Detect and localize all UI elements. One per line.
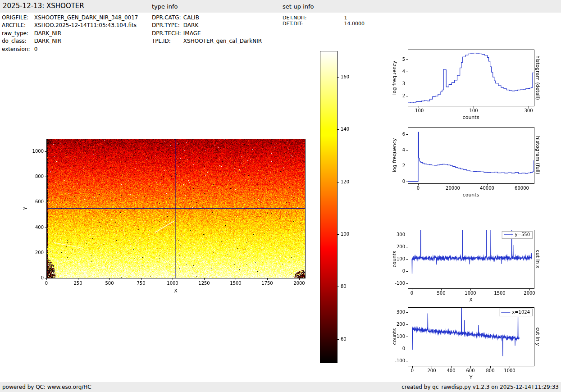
info-label: DET.DIT: xyxy=(283,21,342,27)
info-value: DARK_NIR xyxy=(34,38,61,44)
histogram-detail-plot xyxy=(390,45,541,123)
info-row-dprcatg: DPR.CATG: CALIB xyxy=(152,14,262,22)
info-row-arcfile: ARCFILE: XSHOO.2025-12-14T11:05:43.104.f… xyxy=(2,22,138,29)
detector-image-plot xyxy=(20,130,313,294)
info-row-extension: extension: 0 xyxy=(2,46,138,53)
info-row-tplid: TPL.ID: XSHOOTER_gen_cal_DarkNIR xyxy=(152,37,262,45)
info-value: XSHOOTER_gen_cal_DarkNIR xyxy=(183,38,262,44)
info-label: DPR.TYPE: xyxy=(152,22,182,29)
info-value: XSHOO.2025-12-14T11:05:43.104.fits xyxy=(34,22,137,28)
info-label: raw_type: xyxy=(2,30,32,37)
info-row-origfile: ORIGFILE: XSHOOTER_GEN_DARK_NIR_348_0017 xyxy=(2,14,138,22)
info-value: DARK xyxy=(183,22,198,28)
info-label: DET.NDIT: xyxy=(283,15,342,21)
info-label: DPR.TECH: xyxy=(152,30,182,37)
info-row-detdit: DET.DIT: 14.0000 xyxy=(283,21,365,27)
info-value: 14.0000 xyxy=(344,21,365,27)
page-title: 2025-12-13: XSHOOTER xyxy=(3,2,84,10)
footer-powered-by: powered by QC: www.eso.org/HC xyxy=(2,384,91,390)
info-row-dprtype: DPR.TYPE: DARK xyxy=(152,22,262,29)
info-row-doclass: do_class: DARK_NIR xyxy=(2,37,138,45)
info-value: IMAGE xyxy=(183,30,201,36)
info-row-rawtype: raw_type: DARK_NIR xyxy=(2,30,138,37)
histogram-full-plot xyxy=(390,123,541,200)
qc-report-page: 2025-12-13: XSHOOTER type info set-up in… xyxy=(0,0,561,392)
info-row-detndit: DET.NDIT: 1 xyxy=(283,15,365,21)
info-value: 1 xyxy=(344,15,347,21)
info-value: 0 xyxy=(34,46,38,52)
info-value: CALIB xyxy=(183,14,199,21)
info-label: TPL.ID: xyxy=(152,37,182,45)
header-bar: 2025-12-13: XSHOOTER type info set-up in… xyxy=(0,0,561,13)
info-row-dprtech: DPR.TECH: IMAGE xyxy=(152,30,262,37)
footer-created-by: created by qc_rawdisp.py v1.2.3 on 2025-… xyxy=(401,384,559,390)
setup-info-heading: set-up info xyxy=(283,3,314,10)
file-info-block: ORIGFILE: XSHOOTER_GEN_DARK_NIR_348_0017… xyxy=(2,14,138,53)
cut-in-x-plot xyxy=(390,225,541,305)
info-value: DARK_NIR xyxy=(34,30,61,36)
cut-in-y-plot xyxy=(390,303,541,382)
type-info-block: DPR.CATG: CALIB DPR.TYPE: DARK DPR.TECH:… xyxy=(152,14,262,46)
setup-info-block: DET.NDIT: 1 DET.DIT: 14.0000 xyxy=(283,15,365,27)
info-label: extension: xyxy=(2,46,32,53)
info-label: ORIGFILE: xyxy=(2,14,32,22)
info-label: ARCFILE: xyxy=(2,22,32,29)
info-label: do_class: xyxy=(2,37,32,45)
footer-bar: powered by QC: www.eso.org/HC created by… xyxy=(0,382,561,392)
colorbar xyxy=(315,47,363,369)
info-label: DPR.CATG: xyxy=(152,14,182,22)
info-value: XSHOOTER_GEN_DARK_NIR_348_0017 xyxy=(34,14,138,21)
type-info-heading: type info xyxy=(152,3,178,10)
